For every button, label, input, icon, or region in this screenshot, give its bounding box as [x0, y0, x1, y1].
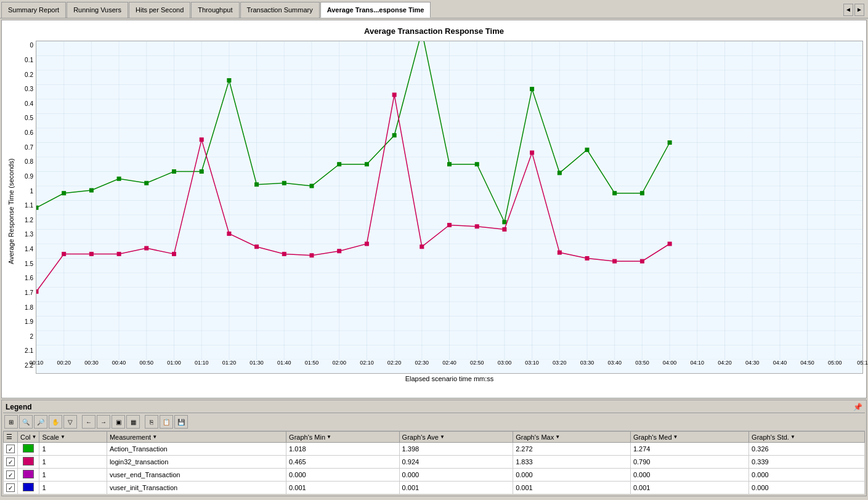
x-label: 00:20: [57, 360, 71, 366]
x-label: 02:40: [442, 360, 456, 366]
x-axis-title: Elapsed scenario time mm:ss: [36, 375, 863, 382]
legend-tool-zoom-in[interactable]: 🔍: [19, 415, 33, 429]
svg-rect-67: [392, 134, 396, 137]
th-color: Col▼: [18, 432, 39, 443]
row-std: 0.000: [749, 469, 865, 482]
x-label: 00:40: [112, 360, 126, 366]
x-label: 03:00: [498, 360, 512, 366]
svg-rect-88: [310, 254, 314, 257]
tab-nav-prev[interactable]: ◄: [843, 4, 853, 16]
row-min: 0.000: [286, 469, 400, 482]
tab-throughput[interactable]: Throughput: [191, 2, 239, 18]
legend-tool-grid[interactable]: ⊞: [4, 415, 18, 429]
x-label: 03:40: [607, 360, 622, 366]
row-scale: 1: [39, 443, 107, 456]
chart-plot: 00:1000:2000:3000:4000:5001:0001:1001:20…: [36, 41, 863, 374]
x-label: 01:30: [249, 360, 264, 366]
svg-rect-99: [613, 259, 617, 263]
svg-rect-82: [145, 246, 148, 250]
row-measurement: Action_Transaction: [107, 443, 286, 456]
table-row: ✓ 1 Action_Transaction 1.018 1.398 2.272…: [4, 443, 865, 456]
legend-tool-left[interactable]: ←: [82, 415, 95, 429]
th-scale: Scale▼: [39, 432, 107, 443]
row-measurement: login32_transaction: [107, 456, 286, 469]
svg-rect-69: [448, 163, 452, 166]
row-ave: 1.398: [399, 443, 513, 456]
row-color: [18, 482, 39, 494]
chart-title: Average Transaction Response Time: [5, 26, 863, 36]
row-scale: 1: [39, 469, 107, 482]
svg-rect-56: [89, 188, 93, 192]
row-min: 1.018: [286, 443, 400, 456]
x-label: 01:40: [277, 360, 291, 366]
legend-toolbar: ⊞ 🔍 🔎 ✋ ▽ ← → ▣ ▦ ⎘ 📋 💾: [3, 413, 865, 431]
row-max: 1.833: [513, 456, 631, 469]
row-med: 1.274: [630, 443, 748, 456]
svg-rect-81: [117, 252, 121, 256]
tab-average-trans-response-time[interactable]: Average Trans...esponse Time: [320, 2, 431, 18]
x-label: 01:20: [222, 360, 237, 366]
row-color: [18, 443, 39, 456]
row-check[interactable]: ✓: [4, 469, 18, 482]
row-ave: 0.000: [399, 469, 513, 482]
th-std: Graph's Std.▼: [749, 432, 865, 443]
svg-rect-80: [89, 252, 93, 256]
table-row: ✓ 1 vuser_init_Transaction 0.001 0.001 0…: [4, 482, 865, 494]
svg-rect-83: [172, 252, 176, 256]
row-check[interactable]: ✓: [4, 443, 18, 456]
legend-tool-right[interactable]: →: [97, 415, 110, 429]
row-max: 0.001: [513, 482, 631, 494]
tab-nav-next[interactable]: ►: [854, 4, 864, 16]
th-min: Graph's Min▼: [286, 432, 400, 443]
svg-rect-57: [117, 177, 121, 180]
row-med: 0.001: [630, 482, 748, 494]
row-measurement: vuser_init_Transaction: [107, 482, 286, 494]
svg-rect-92: [420, 245, 424, 249]
legend-pin-icon[interactable]: 📌: [853, 403, 862, 411]
th-ave: Graph's Ave▼: [399, 432, 513, 443]
th-max: Graph's Max▼: [513, 432, 631, 443]
tab-summary-report[interactable]: Summary Report: [1, 2, 66, 18]
legend-tool-copy[interactable]: ⎘: [145, 415, 158, 429]
row-med: 0.790: [630, 456, 748, 469]
legend-table: ☰ Col▼ Scale▼ Measurement▼ Graph's Min▼ …: [3, 431, 865, 494]
row-ave: 0.001: [399, 482, 513, 494]
svg-rect-85: [227, 232, 231, 236]
row-measurement: vuser_end_Transaction: [107, 469, 286, 482]
x-label: 04:30: [745, 360, 760, 366]
tab-transaction-summary[interactable]: Transaction Summary: [240, 2, 320, 18]
legend-tool-select[interactable]: ▣: [112, 415, 125, 429]
x-label: 05:00: [828, 360, 842, 366]
legend-tool-export[interactable]: 💾: [174, 415, 188, 429]
svg-rect-76: [640, 192, 644, 195]
table-row: ✓ 1 vuser_end_Transaction 0.000 0.000 0.…: [4, 469, 865, 482]
row-med: 0.000: [630, 469, 748, 482]
svg-rect-55: [62, 192, 66, 195]
tab-running-vusers[interactable]: Running Vusers: [67, 2, 128, 18]
svg-rect-72: [530, 87, 534, 91]
legend-tool-bar[interactable]: ▦: [126, 415, 140, 429]
svg-rect-64: [310, 184, 314, 188]
row-max: 2.272: [513, 443, 631, 456]
x-label: 04:50: [800, 360, 814, 366]
x-label: 02:20: [387, 360, 402, 366]
legend-tool-zoom-out[interactable]: 🔎: [34, 415, 47, 429]
svg-rect-63: [282, 181, 286, 185]
legend-tool-pan[interactable]: ✋: [49, 415, 62, 429]
tab-hits-per-second[interactable]: Hits per Second: [129, 2, 190, 18]
x-label: 04:20: [718, 360, 732, 366]
legend-tool-paste[interactable]: 📋: [160, 415, 173, 429]
row-scale: 1: [39, 456, 107, 469]
row-std: 0.326: [749, 443, 865, 456]
svg-rect-87: [282, 252, 286, 256]
y-axis-label: Average Response Time (seconds): [5, 41, 17, 382]
th-check: ☰: [4, 432, 18, 443]
row-check[interactable]: ✓: [4, 456, 18, 469]
row-ave: 0.924: [399, 456, 513, 469]
row-std: 0.000: [749, 482, 865, 494]
row-color: [18, 469, 39, 482]
legend-tool-filter[interactable]: ▽: [63, 415, 77, 429]
row-scale: 1: [39, 482, 107, 494]
svg-rect-59: [172, 170, 176, 174]
row-check[interactable]: ✓: [4, 482, 18, 494]
